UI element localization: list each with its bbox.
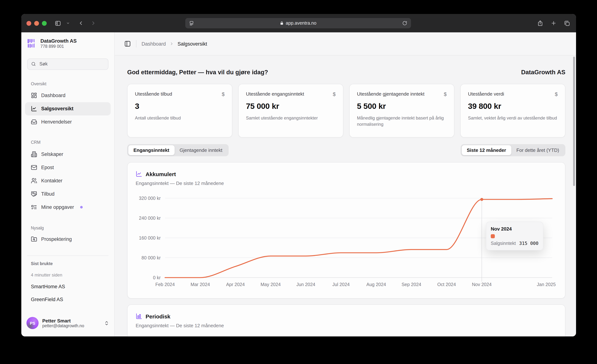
stat-cards-row: Utestående tilbud $ 3 Antall utestående … [127,84,566,137]
sidebar-item-selskaper[interactable]: Selskaper [25,148,111,161]
stat-card-utestaende-verdi: Utestående verdi $ 39 800 kr Samlet, vek… [460,84,566,137]
revenue-type-toggle: Engangsinntekt Gjentagende inntekt [127,144,229,156]
dollar-icon: $ [555,92,558,97]
svg-text:Jun 2024: Jun 2024 [296,282,315,287]
search-icon [31,61,36,67]
toggle-gjentagende-inntekt[interactable]: Gjentagende inntekt [174,145,228,155]
company-org-number: 778 899 001 [40,44,77,48]
sidebar-item-mine-oppgaver[interactable]: Mine oppgaver [25,201,111,214]
avatar: PS [26,317,39,329]
traffic-lights [26,21,47,25]
svg-text:Aug 2024: Aug 2024 [366,282,386,287]
tooltip-title: Nov 2024 [491,226,539,232]
periodic-chart-card: Periodisk Engangsinntekt — De siste 12 m… [127,304,566,336]
recent-item-smarthome[interactable]: SmartHome AS [21,284,114,289]
svg-text:May 2024: May 2024 [260,282,281,287]
toggle-ytd[interactable]: For dette året (YTD) [511,145,564,155]
browser-window: app.aventra.no [21,14,576,336]
sidebar: DataGrowth AS 778 899 001 Oversikt Dashb… [21,32,115,336]
sidebar-item-prospektering[interactable]: Prospektering [25,233,111,246]
breadcrumb-current: Salgsoversikt [178,41,207,47]
mail-icon [31,164,37,171]
company-logo-icon [27,39,37,48]
back-button[interactable] [78,20,84,26]
new-tab-icon[interactable] [551,20,557,26]
section-label-crm: CRM [21,139,114,145]
sidebar-item-label: Selskaper [41,151,63,157]
user-name: Petter Smart [42,318,84,324]
sidebar-item-label: Epost [41,165,54,170]
line-chart-icon [136,171,142,177]
recent-item-greenfield[interactable]: GreenField AS [21,297,114,302]
sidebar-item-label: Salgsoversikt [41,106,73,111]
handshake-icon [31,191,37,197]
svg-text:80 000 kr: 80 000 kr [141,255,161,260]
period-toggle: Siste 12 måneder For dette året (YTD) [460,144,566,156]
main-content: Dashboard Salgsoversikt God ettermiddag,… [115,32,576,336]
chevrons-up-down-icon [104,320,109,325]
sidebar-item-kontakter[interactable]: Kontakter [25,174,111,187]
section-label-oversikt: Oversikt [21,81,114,87]
sidebar-item-label: Dashboard [41,93,65,98]
sidebar-item-epost[interactable]: Epost [25,161,111,174]
url-text: app.aventra.no [286,21,316,26]
svg-text:Oct 2024: Oct 2024 [437,282,456,287]
share-icon[interactable] [537,20,543,26]
sidebar-item-henvendelser[interactable]: Henvendelser [25,115,111,128]
svg-text:240 000 kr: 240 000 kr [139,215,161,221]
zoom-window-button[interactable] [42,21,47,25]
accumulated-chart-card: Akkumulert Engangsinntekt — De siste 12 … [127,162,566,299]
sidebar-item-salgsoversikt[interactable]: Salgsoversikt [25,102,111,115]
breadcrumb-parent[interactable]: Dashboard [141,41,166,47]
tooltip-series-name: Salgsinntekt [491,241,516,246]
panel-left-toggle-icon[interactable] [124,40,131,47]
building-icon [31,151,37,157]
svg-text:Jul 2024: Jul 2024 [332,282,350,287]
stat-description: Månedlig gjentagende inntekt basert på å… [357,115,447,127]
browser-chrome: app.aventra.no [21,14,576,32]
stat-value: 75 000 kr [246,102,336,111]
stat-title: Utestående tilbud [135,91,174,97]
chart-tooltip: Nov 2024 Salgsinntekt 315 000 [486,222,543,250]
sidebar-item-label: Kontakter [41,178,63,183]
search-input[interactable] [39,61,104,67]
scrollbar-thumb[interactable] [573,57,575,186]
header-company-name: DataGrowth AS [521,69,566,76]
svg-text:320 000 kr: 320 000 kr [139,196,161,201]
workspace-switcher[interactable]: DataGrowth AS 778 899 001 [27,38,109,48]
sidebar-item-label: Henvendelser [41,119,72,125]
address-bar[interactable]: app.aventra.no [185,18,411,28]
stat-title: Utestående engangsinntekt [246,91,306,97]
close-window-button[interactable] [26,21,31,25]
stat-title: Utestående verdi [468,91,506,97]
minimize-window-button[interactable] [34,21,39,25]
dollar-icon: $ [333,92,336,97]
todo-list-icon [31,204,37,210]
sidebar-item-tilbud[interactable]: Tilbud [25,187,111,201]
dollar-icon: $ [222,92,225,97]
company-name: DataGrowth AS [40,38,77,44]
toggle-engangsinntekt[interactable]: Engangsinntekt [128,145,174,155]
user-menu[interactable]: PS Petter Smart petter@datagrowth.no [21,314,114,332]
chart-subtitle: Engangsinntekt — De siste 12 månedene [136,181,557,186]
sidebar-toggle-icon[interactable] [55,20,61,26]
sidebar-item-dashboard[interactable]: Dashboard [25,89,111,102]
svg-text:Apr 2024: Apr 2024 [226,282,245,287]
toggle-siste-12-maneder[interactable]: Siste 12 måneder [462,145,511,155]
chevron-right-icon [169,41,174,46]
forward-button[interactable] [90,20,96,26]
stat-description: Antall utestående tilbud [135,115,225,121]
divider [136,40,136,47]
sidebar-chevron-down-icon[interactable] [66,21,70,25]
dashboard-icon [31,92,37,99]
chart-title: Periodisk [146,313,170,319]
stat-title: Utestående gjentagende inntekt [357,91,427,97]
tab-overview-icon[interactable] [564,20,570,26]
sidebar-search[interactable] [27,58,109,70]
stat-value: 3 [135,102,225,111]
sidebar-item-label: Mine oppgaver [41,205,74,210]
chart-subtitle: Engangsinntekt — De siste 12 månedene [136,323,557,328]
stat-value: 39 800 kr [468,102,558,111]
tasks-notification-dot [80,206,83,208]
recent-timestamp: 4 minutter siden [21,272,114,277]
